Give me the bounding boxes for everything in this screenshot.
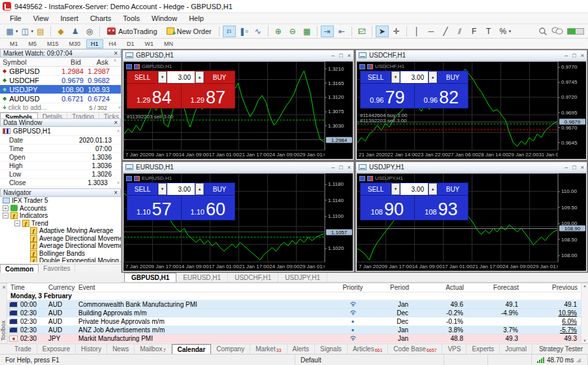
bar-chart-icon[interactable]: 𝄽1 [223, 26, 236, 37]
minimize-icon[interactable]: – [331, 52, 335, 59]
sell-price-button[interactable]: 0.9679 [361, 84, 414, 108]
close-icon[interactable]: × [1, 284, 7, 290]
line-chart-icon[interactable]: ∿ [252, 26, 265, 37]
scroll-up-icon[interactable]: ▲ [583, 284, 587, 288]
volume-increase-button[interactable]: ▴ [195, 71, 204, 83]
volume-input[interactable]: 3.00 [167, 71, 195, 83]
price-chart[interactable]: USDCHF,H1 #11442604 buy 3.00 #11392203 s… [357, 61, 558, 150]
menu-insert[interactable]: Insert [54, 14, 84, 23]
scroll-down-icon[interactable]: ˅ [117, 181, 121, 185]
scroll-down-icon[interactable]: ▼ [583, 339, 587, 343]
market-watch-header[interactable]: Market Watch: 09:07:04 × [0, 49, 121, 58]
indicators-icon[interactable]: 🗠 [355, 26, 368, 37]
menu-charts[interactable]: Charts [84, 14, 117, 23]
tree-leaf[interactable]: ƒBollinger Bands [0, 250, 121, 258]
chart-tab-gbpusd[interactable]: GBPUSD,H1 [124, 273, 176, 282]
tree-leaf[interactable]: ƒAverage Directional Movement [0, 242, 121, 250]
trendline-icon[interactable]: ╱ [439, 26, 452, 37]
dom-icon[interactable] [126, 176, 132, 181]
market-watch-add-row[interactable]: + click to add... 5 / 302 ˅ [0, 103, 121, 112]
tf-d1[interactable]: D1 [122, 39, 139, 48]
sell-button[interactable]: SELL [361, 183, 391, 195]
collapse-icon[interactable]: − [3, 213, 8, 218]
scroll-up-icon[interactable]: ˄ [117, 129, 121, 133]
chart-titlebar[interactable]: USDJPY,H1 –□× [356, 162, 587, 173]
market-watch-icon[interactable]: ▤ [34, 26, 47, 37]
buy-button[interactable]: BUY [438, 183, 468, 195]
tab-company[interactable]: Company [211, 344, 250, 354]
position-line[interactable] [124, 120, 324, 120]
menu-help[interactable]: Help [183, 14, 210, 23]
profiles-dropdown-icon[interactable]: ▾ [31, 29, 34, 34]
buy-price-button[interactable]: 1.2987 [182, 84, 235, 108]
symbol-props-icon[interactable] [367, 64, 373, 69]
volume-increase-button[interactable]: ▴ [429, 183, 437, 195]
expand-icon[interactable]: + [3, 205, 8, 211]
tab-alerts[interactable]: Alerts [287, 344, 316, 354]
data-window-header[interactable]: Data Window × [0, 118, 121, 127]
symbol-props-icon[interactable] [134, 64, 140, 69]
shapes-icon[interactable]: % [497, 26, 510, 37]
buy-price-button[interactable]: 1.1060 [182, 196, 235, 220]
search-icon[interactable] [538, 27, 547, 36]
autotrading-button[interactable]: AutoTrading [103, 26, 162, 37]
tree-leaf[interactable]: ƒAdaptive Moving Average [0, 227, 121, 235]
zoom-out-icon[interactable]: ⊖ [286, 26, 299, 37]
tree-leaf[interactable]: ƒAverage Directional Movement [0, 235, 121, 243]
tab-journal[interactable]: Journal [500, 344, 532, 354]
channel-icon[interactable]: ⫽ [453, 26, 466, 37]
fibonacci-icon[interactable]: F [468, 26, 481, 37]
close-icon[interactable]: × [114, 50, 118, 56]
volume-input[interactable]: 3.00 [400, 183, 428, 195]
navigator-icon[interactable]: ♟ [69, 26, 82, 37]
new-chart-dropdown-icon[interactable]: ▾ [16, 29, 18, 34]
strategy-tester-button[interactable]: Strategy Tester [539, 344, 588, 354]
status-latency-cell[interactable]: 48.70 ms ◢ [532, 355, 588, 365]
text-label-icon[interactable]: T [482, 26, 495, 37]
tf-m15[interactable]: M15 [42, 39, 63, 48]
tf-m5[interactable]: M5 [24, 39, 42, 48]
candlestick-chart-icon[interactable]: ❚o [237, 26, 250, 37]
tab-history[interactable]: History [76, 344, 107, 354]
collapse-icon[interactable]: − [14, 220, 20, 226]
tf-w1[interactable]: W1 [140, 39, 159, 48]
sell-price-button[interactable]: 1.1057 [127, 196, 181, 220]
shapes-dropdown-icon[interactable]: ▾ [509, 29, 512, 34]
tab-common[interactable]: Common [0, 264, 39, 273]
minimize-icon[interactable]: – [564, 52, 568, 59]
resize-grip[interactable]: ◢ [576, 356, 582, 363]
scroll-up-icon[interactable]: ˄ [111, 58, 118, 66]
volume-decrease-button[interactable]: ▾ [158, 71, 167, 83]
volume-increase-button[interactable]: ▴ [195, 183, 204, 195]
new-chart-icon[interactable]: ▦ [3, 26, 16, 37]
menu-view[interactable]: View [27, 14, 55, 23]
price-chart[interactable]: EURUSD,H1 SELL ▾ 3.00 ▴ BUY 1.1057 1.106… [123, 173, 325, 262]
menu-window[interactable]: Window [146, 14, 183, 23]
tile-windows-icon[interactable]: ▦ [301, 26, 314, 37]
data-window-icon[interactable]: ◆ [54, 26, 67, 37]
buy-button[interactable]: BUY [204, 183, 235, 195]
position-line[interactable] [124, 237, 324, 237]
tab-experts[interactable]: Experts [466, 344, 500, 354]
calendar-row[interactable]: 02:30 AUD Private House Approvals m/m ● … [7, 317, 581, 326]
chart-titlebar[interactable]: EURUSD,H1 –□× [123, 162, 353, 173]
chat-icon[interactable] [551, 27, 563, 35]
buy-price-button[interactable]: 10893 [415, 196, 468, 220]
dom-icon[interactable] [126, 64, 132, 69]
tree-trend[interactable]: −ƒTrend [0, 220, 121, 228]
tab-favorites[interactable]: Favorites [39, 264, 75, 273]
navigator-header[interactable]: Navigator × [0, 188, 121, 197]
tf-m30[interactable]: M30 [65, 39, 86, 48]
crosshair-icon[interactable]: ✛ [390, 26, 403, 37]
tree-accounts[interactable]: +Accounts [0, 205, 121, 213]
scroll-down-icon[interactable]: ˅ [118, 105, 121, 110]
tf-h4[interactable]: H4 [105, 39, 122, 48]
toolbox-icon[interactable]: ◎ [83, 26, 96, 37]
chart-titlebar[interactable]: USDCHF,H1 –□× [356, 50, 587, 61]
sell-button[interactable]: SELL [127, 71, 157, 83]
close-icon[interactable]: × [581, 52, 584, 59]
dom-icon[interactable] [359, 176, 365, 181]
close-icon[interactable]: × [348, 164, 351, 171]
menu-file[interactable]: File [4, 14, 27, 23]
profiles-icon[interactable]: ◫ [19, 26, 32, 37]
